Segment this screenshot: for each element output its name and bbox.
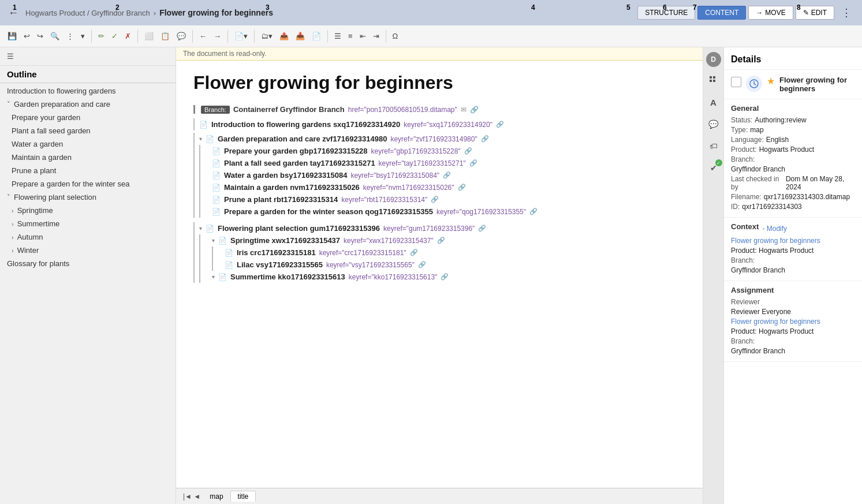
outline-item-maintain[interactable]: Maintain a garden (0, 151, 176, 164)
ext-link-intro[interactable]: 🔗 (496, 121, 504, 128)
list-btn[interactable]: ☰ (331, 30, 344, 42)
structure-icon-btn[interactable] (705, 72, 722, 89)
expand-flowering[interactable]: ▾ (199, 225, 202, 232)
undo-btn[interactable]: ↩ (21, 30, 33, 42)
ext-maintain[interactable]: 🔗 (458, 184, 466, 191)
star-icon[interactable]: ★ (767, 76, 775, 87)
outline-item-intro[interactable]: Introduction to flowering gardens (0, 83, 176, 98)
ext-summertime[interactable]: 🔗 (441, 273, 449, 281)
keyref-springtime: keyref="xwx1716923315437" (344, 237, 434, 245)
ext-springtime[interactable]: 🔗 (437, 237, 445, 244)
outline-item-winter[interactable]: › Winter (0, 244, 176, 257)
dropdown-btn[interactable]: ▾ (78, 30, 88, 42)
more-toolbar-btn[interactable]: ⋮ (64, 30, 77, 42)
structure-button[interactable]: STRUCTURE (637, 6, 695, 20)
export-btn[interactable]: 📤 (277, 30, 292, 42)
ext-prepare[interactable]: 🔗 (464, 147, 472, 155)
tab-title[interactable]: title (230, 491, 256, 502)
outline-item-water[interactable]: Water a garden (0, 137, 176, 151)
outline-item-garden-prep[interactable]: ˅ Garden preparation and care (0, 98, 176, 111)
branch-href[interactable]: href="pon1700506810519.ditamap" (348, 106, 457, 114)
item-checkbox[interactable] (731, 77, 741, 87)
tags-icon-btn[interactable]: 🏷 (705, 137, 722, 155)
type-label: Type: (731, 126, 748, 134)
branch-icon-1[interactable]: ✉ (461, 106, 467, 114)
back-nav-btn[interactable]: ← (196, 30, 210, 42)
outline-item-plant-seed[interactable]: Plant a fall seed garden (0, 124, 176, 137)
check-icon-btn[interactable]: ✔ ✓ (705, 159, 722, 177)
outline-item-winter-prep[interactable]: Prepare a garden for the winter sea (0, 177, 176, 191)
outline-item-flowering[interactable]: ˅ Flowering plant selection (0, 191, 176, 204)
indent-right-btn[interactable]: ⇥ (370, 30, 382, 42)
ext-flowering[interactable]: 🔗 (478, 225, 486, 232)
redo-btn[interactable]: ↪ (34, 30, 46, 42)
omega-btn[interactable]: Ω (390, 30, 401, 42)
keyref-flowering: keyref="gum1716923315396" (383, 225, 475, 233)
file-btn[interactable]: 📄 (309, 30, 324, 42)
expand-garden[interactable]: ▾ (199, 136, 202, 142)
version-icon (746, 76, 762, 92)
context-link[interactable]: Flower growing for beginners (731, 237, 820, 245)
outline-item-prepare[interactable]: Prepare your garden (0, 111, 176, 124)
view-btn[interactable]: 🗂▾ (258, 30, 275, 42)
ext-iris[interactable]: 🔗 (410, 249, 418, 256)
row-plant-seed: 📄 Plant a fall seed garden tay1716923315… (212, 157, 685, 169)
comment-btn[interactable]: 💬 (174, 30, 189, 42)
check-badge: ✓ (715, 159, 722, 166)
tab-map[interactable]: map (203, 491, 230, 502)
modify-link[interactable]: - Modify (762, 225, 787, 233)
main-container: ☰ Outline Introduction to flowering gard… (0, 47, 862, 504)
insert-btn[interactable]: ⬜ (141, 30, 156, 42)
svg-rect-3 (713, 80, 715, 82)
svg-rect-1 (710, 80, 712, 82)
list2-btn[interactable]: ≡ (345, 30, 356, 42)
ext-plant[interactable]: 🔗 (469, 159, 477, 167)
name-maintain: Maintain a garden nvm1716923315026 (224, 183, 360, 192)
outline-item-prune[interactable]: Prune a plant (0, 164, 176, 177)
outline-item-autumn[interactable]: › Autumn (0, 230, 176, 244)
sidebar-outline-icon[interactable]: ☰ (5, 51, 16, 62)
content-button[interactable]: CONTENT (697, 6, 746, 20)
outline-item-springtime[interactable]: › Springtime (0, 204, 176, 217)
confirm-btn[interactable]: ✓ (109, 30, 121, 42)
editor-area[interactable]: Flower growing for beginners Branch: Con… (176, 61, 703, 488)
search-btn[interactable]: 🔍 (47, 30, 62, 42)
checkedin-row: Last checked in by Dom M on May 28, 2024 (731, 175, 855, 191)
expand-summertime[interactable]: ▾ (212, 274, 215, 280)
branch-value-row: Gryffindor Branch (731, 165, 855, 173)
cancel-btn[interactable]: ✗ (122, 30, 134, 42)
assignment-product: Product: Hogwarts Product (731, 327, 814, 335)
reviewer-label: Reviewer (731, 298, 760, 306)
fwd-nav-btn[interactable]: → (211, 30, 224, 42)
context-product: Product: Hogwarts Product (731, 247, 814, 255)
font-icon-btn[interactable]: A (705, 94, 722, 111)
edit-toolbar-btn[interactable]: ✏ (95, 30, 107, 42)
file-icon-winter: 📄 (212, 208, 221, 216)
move-button[interactable]: → MOVE (748, 6, 793, 20)
top-header: ← Hogwarts Product / Gryffindor Branch ›… (0, 0, 862, 25)
ext-lilac[interactable]: 🔗 (418, 261, 426, 268)
comments-icon-btn[interactable]: 💬 (705, 115, 722, 133)
ext-winter[interactable]: 🔗 (529, 208, 538, 215)
outline-item-glossary[interactable]: Glossary for plants (0, 257, 176, 270)
d-avatar: D (706, 52, 721, 67)
ext-link-garden[interactable]: 🔗 (481, 135, 489, 143)
outline-item-summertime[interactable]: › Summertime (0, 217, 176, 230)
edit-button[interactable]: ✎ EDIT (796, 6, 834, 20)
copy-btn[interactable]: 📋 (158, 30, 173, 42)
more-button[interactable]: ⋮ (837, 4, 856, 21)
toggle-winter: › (12, 247, 14, 254)
save-btn[interactable]: 💾 (5, 30, 20, 42)
import-btn[interactable]: 📥 (293, 30, 308, 42)
ext-prune[interactable]: 🔗 (431, 196, 439, 203)
context-title-row: Context - Modify (731, 222, 855, 234)
back-button[interactable]: ← (6, 5, 21, 21)
indent-left-btn[interactable]: ⇤ (357, 30, 369, 42)
doc-btn[interactable]: 📄▾ (232, 30, 251, 42)
nav-prev-btn[interactable]: |◄ ◄ (181, 491, 203, 502)
ext-water[interactable]: 🔗 (443, 171, 451, 179)
filename-row: Filename: qxr1716923314303.ditamap (731, 193, 855, 201)
branch-icon-2[interactable]: 🔗 (470, 106, 479, 114)
assignment-link[interactable]: Flower growing for beginners (731, 318, 820, 326)
expand-springtime[interactable]: ▾ (212, 237, 215, 244)
